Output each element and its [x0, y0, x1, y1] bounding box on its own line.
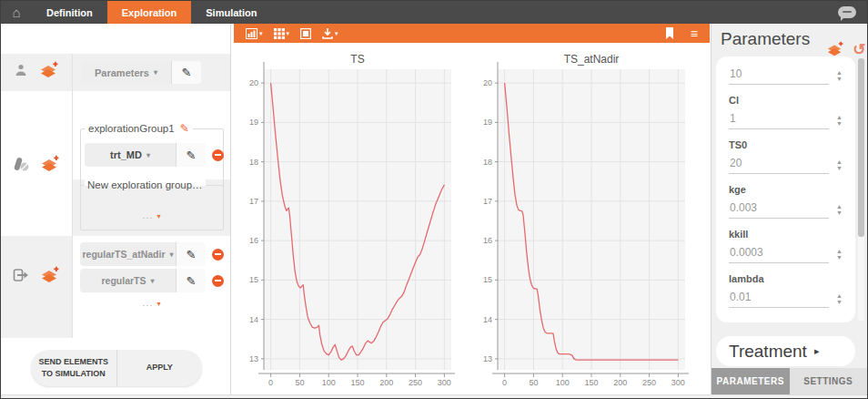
output-label: regularTS — [101, 275, 146, 286]
treatment-dropdown[interactable]: trt_MD ▾ — [85, 143, 176, 167]
svg-text:TS: TS — [350, 53, 364, 66]
add-layer-icon[interactable] — [40, 266, 60, 284]
grid-icon — [274, 28, 285, 39]
parameters-scrollbar-thumb[interactable] — [858, 58, 864, 237]
spinner-down-icon[interactable]: ▼ — [836, 254, 843, 261]
treatment-section-title: Treatment — [729, 342, 807, 362]
spinner-down-icon[interactable]: ▼ — [836, 120, 843, 127]
remove-treatment-button[interactable] — [212, 149, 224, 161]
parameters-card: 10 ▲ ▼ Cl 1 ▲ ▼ TS0 20 ▲ ▼ kge — [716, 56, 855, 322]
apply-button[interactable]: APPLY — [117, 350, 203, 386]
new-exploration-group-card[interactable]: New exploration group… ... ▾ — [80, 185, 224, 230]
parameters-selector-dropdown[interactable]: Parameters ▾ — [81, 61, 171, 84]
plot-type-menu[interactable]: ▾ — [243, 28, 266, 39]
plots-menu-button[interactable]: ≡ — [688, 26, 701, 41]
parameter-field: TS0 20 ▲ ▼ — [729, 139, 843, 174]
right-panel-tabs: PARAMETERS SETTINGS — [712, 368, 867, 394]
tab-simulation[interactable]: Simulation — [191, 1, 271, 24]
spinner-up-icon[interactable]: ▲ — [836, 292, 843, 299]
output-label: regularTS_atNadir — [82, 249, 165, 260]
edit-treatment-button[interactable]: ✎ — [176, 143, 206, 167]
treatment-section-toggle[interactable]: Treatment ▸ — [716, 336, 855, 366]
parameters-scrollbar-track — [858, 58, 864, 321]
parameter-value-input[interactable]: 1 — [729, 110, 829, 129]
parameter-value-input[interactable]: 10 — [729, 66, 829, 85]
remove-output-button[interactable] — [212, 249, 224, 261]
svg-text:200: 200 — [613, 378, 627, 387]
tab-parameters[interactable]: PARAMETERS — [712, 368, 790, 394]
chart-icon — [246, 28, 257, 39]
edit-output-button[interactable]: ✎ — [176, 269, 206, 292]
parameter-field: Cl 1 ▲ ▼ — [729, 95, 843, 129]
parameter-field: kge 0.003 ▲ ▼ — [729, 184, 843, 219]
add-layer-icon[interactable] — [39, 61, 59, 79]
ts-atnadir-chart-canvas: 1314151617181920050100150200250300TS_atN… — [465, 51, 699, 399]
parameter-value-input[interactable]: 20 — [729, 155, 829, 174]
plots-area: ▾ ▾ ▾ ≡ 13141516171819200501001502002503… — [231, 24, 711, 398]
spinner-up-icon[interactable]: ▲ — [836, 114, 843, 120]
caret-down-icon: ▾ — [170, 251, 174, 259]
home-icon[interactable]: ⌂ — [1, 1, 32, 24]
tab-definition[interactable]: Definition — [32, 1, 107, 24]
caret-down-icon: ▾ — [259, 30, 263, 37]
svg-text:0: 0 — [502, 378, 507, 387]
ts-chart-canvas: 1314151617181920050100150200250300TS — [231, 51, 465, 399]
tab-settings[interactable]: SETTINGS — [790, 368, 868, 394]
parameter-value-input[interactable]: 0.0003 — [729, 244, 829, 263]
export-menu[interactable]: ▾ — [319, 28, 341, 39]
spinner-down-icon[interactable]: ▼ — [836, 210, 843, 216]
spinner-down-icon[interactable]: ▼ — [836, 299, 843, 305]
parameter-spinner: ▲ ▼ — [836, 69, 843, 82]
svg-text:150: 150 — [584, 378, 598, 387]
output-dropdown[interactable]: regularTS ▾ — [80, 269, 176, 292]
exploration-group1-legend: explorationGroup1 ✎ — [85, 122, 193, 135]
parameter-spinner: ▲ ▼ — [836, 203, 843, 216]
svg-text:TS_atNadir: TS_atNadir — [564, 53, 620, 66]
bookmark-button[interactable] — [662, 27, 677, 39]
single-plot-layout-button[interactable] — [298, 28, 314, 39]
spinner-up-icon[interactable]: ▲ — [836, 159, 843, 165]
tab-exploration[interactable]: Exploration — [107, 1, 192, 24]
rename-group-icon[interactable]: ✎ — [180, 122, 189, 135]
edit-output-button[interactable]: ✎ — [176, 242, 206, 266]
svg-text:19: 19 — [249, 118, 258, 127]
spinner-up-icon[interactable]: ▲ — [836, 203, 843, 210]
add-layer-icon[interactable] — [826, 41, 844, 57]
remove-output-button[interactable] — [212, 275, 224, 287]
apply-button-label: APPLY — [146, 362, 173, 374]
parameter-spinner: ▲ ▼ — [836, 159, 843, 171]
grid-layout-menu[interactable]: ▾ — [271, 28, 293, 39]
parameter-spinner: ▲ ▼ — [836, 292, 843, 305]
svg-text:16: 16 — [483, 236, 492, 245]
window-bottom-strip — [1, 394, 867, 398]
chat-bubble-icon[interactable] — [838, 6, 856, 18]
spinner-up-icon[interactable]: ▲ — [836, 69, 843, 76]
spinner-down-icon[interactable]: ▼ — [836, 165, 843, 171]
svg-text:18: 18 — [483, 158, 492, 167]
spinner-down-icon[interactable]: ▼ — [836, 76, 843, 82]
parameter-value-input[interactable]: 0.01 — [729, 289, 829, 308]
parameter-label: kge — [729, 184, 843, 195]
parameter-label: kkill — [729, 229, 843, 240]
svg-text:16: 16 — [249, 236, 258, 245]
spinner-up-icon[interactable]: ▲ — [836, 248, 843, 254]
add-layer-icon[interactable] — [40, 155, 60, 173]
topbar: ⌂ Definition Exploration Simulation — [1, 1, 867, 24]
output-selector-row: regularTS ▾ ✎ — [80, 269, 224, 292]
pills-icon — [13, 156, 29, 172]
output-dropdown[interactable]: regularTS_atNadir ▾ — [80, 242, 176, 266]
parameter-label: lambda — [729, 273, 843, 284]
edit-icon: ✎ — [182, 66, 192, 79]
send-elements-to-simulation-button[interactable]: SEND ELEMENTS TO SIMULATION — [31, 350, 117, 386]
parameter-value-input[interactable]: 0.003 — [729, 200, 829, 219]
svg-text:20: 20 — [249, 78, 258, 87]
edit-parameters-button[interactable]: ✎ — [171, 61, 201, 84]
caret-down-icon: ▾ — [157, 300, 162, 308]
new-exploration-group-label: New exploration group… — [85, 179, 206, 190]
parameter-label: TS0 — [729, 139, 843, 150]
more-new-group-elements[interactable]: ... ▾ — [81, 210, 223, 220]
svg-text:300: 300 — [438, 378, 451, 387]
more-output-elements[interactable]: ... ▾ — [80, 297, 224, 308]
parameters-selector-label: Parameters — [95, 67, 149, 78]
reset-parameters-icon[interactable]: ↺ — [853, 40, 865, 59]
